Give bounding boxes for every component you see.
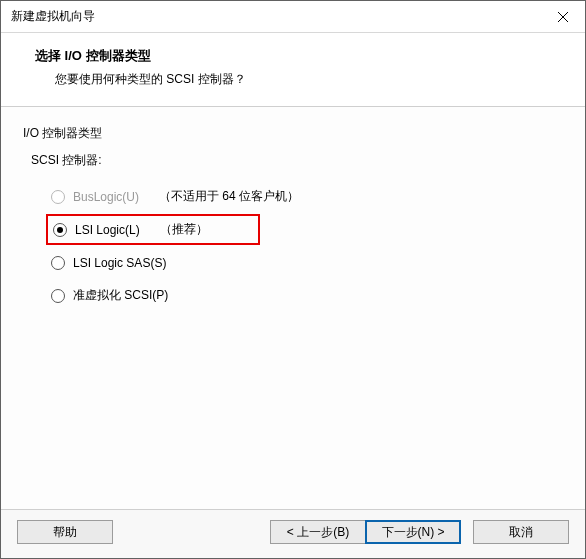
close-button[interactable] xyxy=(540,1,585,33)
option-paravirtual[interactable]: 准虚拟化 SCSI(P) xyxy=(51,280,565,311)
close-icon xyxy=(558,12,568,22)
radio-buslogic xyxy=(51,190,65,204)
option-buslogic: BusLogic(U) （不适用于 64 位客户机） xyxy=(51,181,565,212)
page-title: 选择 I/O 控制器类型 xyxy=(35,47,559,65)
option-label: LSI Logic(L) xyxy=(75,223,140,237)
wizard-footer: 帮助 < 上一步(B) 下一步(N) > 取消 xyxy=(1,509,585,558)
radio-group: BusLogic(U) （不适用于 64 位客户机） LSI Logic(L) … xyxy=(51,181,565,311)
cancel-button[interactable]: 取消 xyxy=(473,520,569,544)
radio-paravirtual[interactable] xyxy=(51,289,65,303)
next-button[interactable]: 下一步(N) > xyxy=(365,520,461,544)
option-lsi-logic[interactable]: LSI Logic(L) （推荐） xyxy=(46,214,565,245)
option-note: （推荐） xyxy=(160,221,208,238)
wizard-header: 选择 I/O 控制器类型 您要使用何种类型的 SCSI 控制器？ xyxy=(1,33,585,107)
option-lsi-logic-sas[interactable]: LSI Logic SAS(S) xyxy=(51,247,565,278)
radio-lsi-logic[interactable] xyxy=(53,223,67,237)
wizard-content: I/O 控制器类型 SCSI 控制器: BusLogic(U) （不适用于 64… xyxy=(1,107,585,509)
back-button[interactable]: < 上一步(B) xyxy=(270,520,366,544)
radio-lsi-logic-sas[interactable] xyxy=(51,256,65,270)
page-subtitle: 您要使用何种类型的 SCSI 控制器？ xyxy=(35,71,559,88)
option-note: （不适用于 64 位客户机） xyxy=(159,188,299,205)
group-label: I/O 控制器类型 xyxy=(23,125,565,142)
subgroup-label: SCSI 控制器: xyxy=(31,152,565,169)
highlight-box: LSI Logic(L) （推荐） xyxy=(46,214,260,245)
option-label: BusLogic(U) xyxy=(73,190,139,204)
option-label: 准虚拟化 SCSI(P) xyxy=(73,287,168,304)
wizard-window: 新建虚拟机向导 选择 I/O 控制器类型 您要使用何种类型的 SCSI 控制器？… xyxy=(0,0,586,559)
help-button[interactable]: 帮助 xyxy=(17,520,113,544)
option-label: LSI Logic SAS(S) xyxy=(73,256,166,270)
window-title: 新建虚拟机向导 xyxy=(11,8,540,25)
titlebar: 新建虚拟机向导 xyxy=(1,1,585,33)
